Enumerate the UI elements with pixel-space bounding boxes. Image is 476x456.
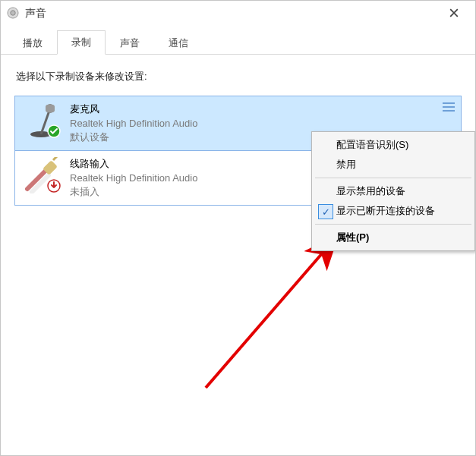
titlebar: 声音 [1,1,475,25]
tabstrip: 播放 录制 声音 通信 [1,31,475,55]
line-in-icon [23,157,59,193]
svg-point-1 [11,11,15,15]
window-title: 声音 [25,1,439,25]
device-driver: Realtek High Definition Audio [70,172,197,184]
hamburger-icon [443,102,455,112]
check-overlay-icon [47,124,61,140]
device-driver: Realtek High Definition Audio [70,118,197,129]
tab-sounds[interactable]: 声音 [106,31,154,55]
ctx-separator [315,178,471,178]
microphone-icon [23,102,59,139]
checkmark-icon: ✓ [318,204,333,219]
device-name: 线路输入 [70,157,197,171]
ctx-properties[interactable]: 属性(P) [314,228,473,247]
sound-dialog: 声音 播放 录制 声音 通信 选择以下录制设备来修改设置: [0,0,476,456]
speaker-icon [7,7,19,19]
context-menu: 配置语音识别(S) 禁用 显示禁用的设备 ✓ 显示已断开连接的设备 属性(P) [311,131,475,251]
ctx-show-disconnected[interactable]: ✓ 显示已断开连接的设备 [314,201,473,221]
tab-playback[interactable]: 播放 [8,31,57,55]
svg-rect-5 [46,105,55,112]
down-arrow-overlay-icon [47,179,61,195]
device-name: 麦克风 [70,102,197,116]
svg-line-8 [53,157,58,160]
device-status: 未插入 [70,185,197,199]
ctx-configure-speech[interactable]: 配置语音识别(S) [314,135,473,155]
ctx-separator [315,224,471,225]
ctx-disable[interactable]: 禁用 [314,155,473,175]
prompt-text: 选择以下录制设备来修改设置: [16,70,462,83]
ctx-show-disabled[interactable]: 显示禁用的设备 [314,181,473,201]
ctx-label: 显示已断开连接的设备 [336,204,435,218]
device-status: 默认设备 [70,131,197,144]
tab-recording[interactable]: 录制 [57,30,106,55]
svg-line-10 [206,241,333,388]
tab-communications[interactable]: 通信 [154,31,203,55]
close-button[interactable] [439,1,469,25]
